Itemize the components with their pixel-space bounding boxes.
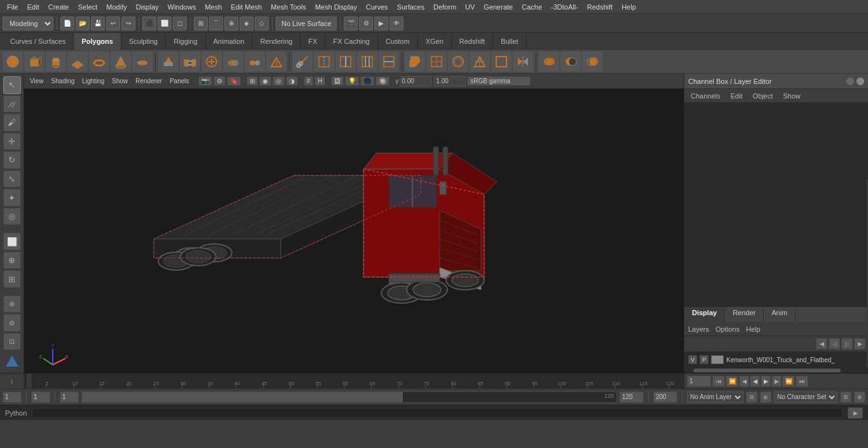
select-by-hierachy-btn[interactable]: ⬛ — [142, 17, 156, 31]
menu-create[interactable]: Create — [44, 2, 74, 12]
layer-prev-btn[interactable]: ◀ — [816, 338, 827, 350]
layer-visibility-btn[interactable]: V — [688, 355, 697, 364]
tab-sculpting[interactable]: Sculpting — [121, 33, 166, 50]
truck-display-area[interactable]: persp Y X Z — [24, 89, 684, 373]
shelf-quadrangulate[interactable] — [491, 51, 512, 72]
menu-uv[interactable]: UV — [461, 2, 479, 12]
shelf-poly-cone[interactable] — [111, 51, 131, 72]
shelf-split-polygon[interactable] — [314, 51, 334, 72]
le-menu-layers[interactable]: Layers — [688, 325, 709, 333]
tab-curves-surfaces[interactable]: Curves / Surfaces — [3, 33, 74, 50]
shelf-poly-torus[interactable] — [89, 51, 109, 72]
shelf-mirror[interactable] — [513, 51, 533, 72]
menu-modify[interactable]: Modify — [102, 2, 131, 12]
anim-layer-extra-btn[interactable]: ⊕ — [760, 391, 771, 403]
snap-surface-btn[interactable]: ◇ — [255, 17, 269, 31]
anim-layer-dropdown[interactable]: No Anim Layer — [687, 391, 743, 403]
menu-mesh[interactable]: Mesh — [200, 2, 226, 12]
shelf-insert-edge-loop[interactable] — [336, 51, 356, 72]
tab-fx-caching[interactable]: FX Caching — [325, 33, 377, 50]
le-menu-help[interactable]: Help — [746, 325, 761, 333]
layer-scrollbar[interactable] — [684, 368, 868, 373]
shelf-boolean-intersect[interactable] — [582, 51, 602, 72]
vp-menu-show[interactable]: Show — [109, 78, 131, 85]
tab-fx[interactable]: FX — [301, 33, 325, 50]
python-run-btn[interactable]: ▶ — [848, 407, 863, 419]
character-set-settings-btn[interactable]: ⚙ — [840, 391, 851, 403]
le-tab-display[interactable]: Display — [684, 307, 725, 322]
timeline-ruler[interactable]: 1 5 10 15 20 25 30 35 40 45 50 55 60 65 — [0, 373, 868, 388]
render-view-btn[interactable]: 👁 — [390, 17, 403, 31]
anim-layer-settings-btn[interactable]: ⚙ — [746, 391, 757, 403]
playback-range-bar[interactable]: 120 — [81, 391, 617, 403]
layer-playback-btn[interactable]: P — [700, 355, 709, 364]
vp-ssao-btn[interactable]: 🔘 — [376, 76, 390, 86]
frame-range-start-input[interactable] — [60, 391, 79, 403]
frame-current-input[interactable] — [3, 391, 22, 403]
play-fwd-btn[interactable]: ▶ — [761, 376, 771, 387]
menu-mesh-display[interactable]: Mesh Display — [311, 2, 362, 12]
shelf-extrude[interactable] — [158, 51, 179, 72]
vp-bookmark-btn[interactable]: 🔖 — [227, 76, 241, 86]
layer-next2-btn[interactable]: ▷ — [841, 338, 853, 350]
redo-btn[interactable]: ↪ — [121, 17, 135, 31]
snap-grid-btn[interactable]: ⊞ — [194, 17, 208, 31]
tab-polygons[interactable]: Polygons — [74, 33, 121, 50]
shelf-poly-disk[interactable] — [132, 51, 153, 72]
scale-tool[interactable]: ⤡ — [3, 170, 21, 188]
paint-weights-tool[interactable]: ⊛ — [3, 295, 21, 313]
layer-next-btn[interactable]: ▶ — [854, 338, 865, 350]
le-tab-anim[interactable]: Anim — [764, 307, 796, 322]
play-back-btn[interactable]: ◀ — [750, 376, 760, 387]
snap-curve-btn[interactable]: ⌒ — [209, 17, 223, 31]
goto-start-btn[interactable]: ⏮ — [712, 376, 725, 387]
tab-rigging[interactable]: Rigging — [166, 33, 205, 50]
snap-toggle[interactable]: ⊞ — [3, 270, 21, 288]
undo-btn[interactable]: ↩ — [106, 17, 120, 31]
menu-edit[interactable]: Edit — [23, 2, 44, 12]
universal-manip[interactable]: ✦ — [3, 189, 21, 207]
render-btn[interactable]: 🎬 — [344, 17, 358, 31]
close-btn[interactable] — [857, 78, 864, 85]
exposure-input[interactable] — [434, 76, 466, 86]
soft-mod-tool[interactable]: ◎ — [3, 208, 21, 226]
tab-bullet[interactable]: Bullet — [493, 33, 527, 50]
vp-menu-panels[interactable]: Panels — [166, 78, 193, 85]
snap-point-btn[interactable]: ⊕ — [224, 17, 238, 31]
vp-menu-lighting[interactable]: Lighting — [79, 78, 107, 85]
shelf-boolean-diff[interactable] — [560, 51, 581, 72]
current-frame-input[interactable] — [687, 376, 711, 387]
cb-tab-channels[interactable]: Channels — [688, 91, 722, 101]
vp-camera-btn[interactable]: 📷 — [198, 76, 212, 86]
shelf-append[interactable] — [201, 51, 222, 72]
snap-view-btn[interactable]: ◈ — [240, 17, 254, 31]
tab-rendering[interactable]: Rendering — [252, 33, 301, 50]
shelf-subdivide[interactable] — [426, 51, 447, 72]
python-tab-label[interactable]: Python — [5, 409, 27, 417]
menu-generate[interactable]: Generate — [479, 2, 517, 12]
menu-curves[interactable]: Curves — [362, 2, 393, 12]
vp-menu-renderer[interactable]: Renderer — [132, 78, 165, 85]
shelf-extract[interactable] — [266, 51, 287, 72]
render-settings-btn[interactable]: ⚙ — [359, 17, 373, 31]
character-set-extra-btn[interactable]: ⊕ — [854, 391, 865, 403]
live-surface-btn[interactable]: No Live Surface — [276, 17, 337, 31]
cb-tab-show[interactable]: Show — [780, 91, 803, 101]
timeline-track[interactable]: 5 10 15 20 25 30 35 40 45 50 55 60 65 70… — [24, 374, 684, 388]
vp-menu-view[interactable]: View — [27, 78, 47, 85]
menu-surfaces[interactable]: Surfaces — [393, 2, 429, 12]
select-by-comp-btn[interactable]: ◻ — [173, 17, 187, 31]
shelf-smooth[interactable] — [448, 51, 468, 72]
save-file-btn[interactable]: 💾 — [91, 17, 105, 31]
menu-cache[interactable]: Cache — [517, 2, 546, 12]
frame-step-input[interactable] — [31, 391, 50, 403]
shelf-offset-edge-loop[interactable] — [357, 51, 377, 72]
vp-isolate-btn[interactable]: ◑ — [286, 76, 298, 86]
shelf-poly-cylinder[interactable] — [46, 51, 66, 72]
tab-xgen[interactable]: XGen — [418, 33, 452, 50]
open-file-btn[interactable]: 📂 — [76, 17, 90, 31]
step-fwd-btn[interactable]: ▶ — [771, 376, 782, 387]
next-key-btn[interactable]: ⏩ — [782, 376, 795, 387]
shelf-poly-cube[interactable] — [24, 51, 44, 72]
vp-xray-btn[interactable]: ◎ — [273, 76, 285, 86]
